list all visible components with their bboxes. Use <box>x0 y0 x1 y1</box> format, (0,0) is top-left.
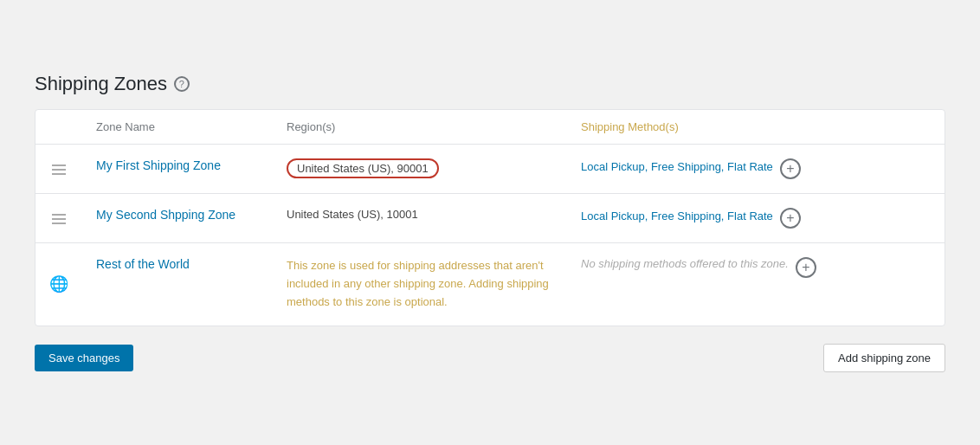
th-regions: Region(s) <box>273 110 567 145</box>
table-row: My First Shipping Zone United States (US… <box>35 145 945 194</box>
add-method-button[interactable]: + <box>780 208 801 229</box>
save-changes-button[interactable]: Save changes <box>35 345 133 371</box>
zone-name-cell: My Second Shpping Zone <box>82 194 273 243</box>
no-methods-text: No shipping methods offered to this zone… <box>581 257 789 270</box>
drag-line <box>52 222 66 224</box>
add-shipping-zone-button[interactable]: Add shipping zone <box>823 344 945 372</box>
footer-bar: Save changes Add shipping zone <box>35 344 945 372</box>
shipping-method-text: Local Pickup, Free Shipping, Flat Rate <box>581 158 773 177</box>
add-method-button[interactable]: + <box>796 257 816 278</box>
page-title: Shipping Zones ? <box>35 73 945 95</box>
region-text-circled: United States (US), 90001 <box>287 158 439 178</box>
region-text: United States (US), 10001 <box>287 208 418 221</box>
drag-handle[interactable] <box>49 163 68 175</box>
drag-line <box>52 164 66 166</box>
drag-line <box>52 218 66 220</box>
shipping-method-actions: Local Pickup, Free Shipping, Flat Rate + <box>581 158 931 179</box>
shipping-method-actions: No shipping methods offered to this zone… <box>581 257 931 278</box>
table-header-row: Zone Name Region(s) Shipping Method(s) <box>35 110 945 145</box>
drag-line <box>52 173 66 175</box>
th-drag <box>35 110 82 145</box>
shipping-method-cell: Local Pickup, Free Shipping, Flat Rate + <box>567 145 945 194</box>
help-icon[interactable]: ? <box>174 76 190 92</box>
add-method-button[interactable]: + <box>780 158 801 179</box>
drag-line <box>52 214 66 216</box>
region-cell: United States (US), 10001 <box>273 194 567 243</box>
shipping-method-text: Local Pickup, Free Shipping, Flat Rate <box>581 208 773 226</box>
zone-name-link[interactable]: My First Shipping Zone <box>96 158 221 172</box>
zone-name-cell: Rest of the World <box>82 243 273 326</box>
drag-handle-cell <box>35 194 82 243</box>
globe-icon: 🌐 <box>49 275 68 293</box>
zone-name-link[interactable]: Rest of the World <box>96 257 190 271</box>
drag-handle-cell <box>35 145 82 194</box>
shipping-method-actions: Local Pickup, Free Shipping, Flat Rate + <box>581 208 931 229</box>
table-row: My Second Shpping Zone United States (US… <box>35 194 945 243</box>
zone-name-link[interactable]: My Second Shpping Zone <box>96 208 235 222</box>
region-cell: United States (US), 90001 <box>273 145 567 194</box>
shipping-method-cell: Local Pickup, Free Shipping, Flat Rate + <box>567 194 945 243</box>
zone-name-cell: My First Shipping Zone <box>82 145 273 194</box>
table-row: 🌐 Rest of the World This zone is used fo… <box>35 243 945 326</box>
globe-icon-cell: 🌐 <box>35 243 82 326</box>
drag-line <box>52 169 66 171</box>
shipping-method-cell: No shipping methods offered to this zone… <box>567 243 945 326</box>
drag-handle[interactable] <box>49 212 68 224</box>
th-shipping-methods: Shipping Method(s) <box>567 110 945 145</box>
th-zone-name: Zone Name <box>82 110 273 145</box>
shipping-zones-page: Shipping Zones ? Zone Name Region(s) Shi… <box>17 55 963 389</box>
shipping-zones-table: Zone Name Region(s) Shipping Method(s) <box>35 110 945 325</box>
region-description-text: This zone is used for shipping addresses… <box>287 259 549 308</box>
shipping-zones-table-wrapper: Zone Name Region(s) Shipping Method(s) <box>35 109 945 326</box>
region-cell: This zone is used for shipping addresses… <box>273 243 567 326</box>
